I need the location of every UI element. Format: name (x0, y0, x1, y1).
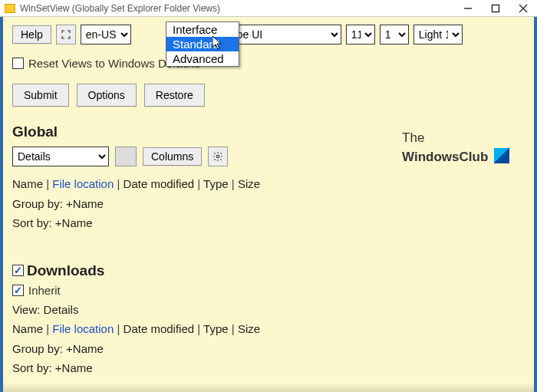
close-button[interactable] (509, 1, 537, 16)
spacing-select[interactable]: 1 (380, 25, 409, 44)
language-select[interactable]: en-US (81, 25, 131, 44)
windows-flag-icon (494, 148, 509, 163)
downloads-columns-row: Name | File location | Date modified | T… (12, 319, 525, 339)
svg-point-4 (217, 155, 220, 158)
cursor-icon (212, 36, 225, 51)
titlebar: WinSetView (Globally Set Explorer Folder… (0, 0, 537, 17)
mode-dropdown[interactable]: Interface Standard Advanced (166, 21, 239, 67)
global-heading: Global (12, 124, 58, 140)
menu-item-interface[interactable]: Interface (166, 22, 239, 37)
inherit-label: Inherit (28, 284, 61, 297)
column-file-location[interactable]: File location (52, 322, 114, 335)
global-columns-row: Name | File location | Date modified | T… (12, 174, 525, 194)
reset-checkbox[interactable] (12, 58, 24, 69)
global-view-select[interactable]: Details (12, 147, 109, 166)
fontsize-select[interactable]: 11 (346, 25, 375, 44)
minimize-button[interactable] (454, 1, 482, 16)
downloads-view: View: Details (12, 300, 525, 320)
downloads-enable-checkbox[interactable] (12, 265, 24, 276)
watermark: The WindowsClub (402, 130, 509, 165)
global-groupby: Group by: +Name (12, 194, 525, 214)
reset-row: Reset Views to Windows Defaults (12, 57, 525, 70)
icon-slot[interactable] (115, 147, 137, 166)
downloads-sortby: Sort by: +Name (12, 358, 525, 378)
submit-button[interactable]: Submit (12, 84, 69, 107)
inherit-checkbox[interactable] (12, 285, 24, 296)
global-sortby: Sort by: +Name (12, 213, 525, 233)
action-row: Submit Options Restore (12, 84, 525, 107)
options-button[interactable]: Options (77, 84, 137, 107)
columns-button[interactable]: Columns (143, 147, 202, 166)
svg-rect-1 (493, 5, 499, 12)
fullscreen-button[interactable] (56, 25, 76, 44)
settings-gear-button[interactable] (208, 147, 228, 166)
top-toolbar: Help en-US Segoe UI 11 1 Light 1 (12, 25, 525, 44)
restore-button[interactable]: Restore (144, 84, 205, 107)
menu-item-advanced[interactable]: Advanced (166, 51, 239, 66)
column-file-location[interactable]: File location (52, 177, 114, 190)
theme-select[interactable]: Light 1 (413, 25, 463, 44)
app-body: Help en-US Segoe UI 11 1 Light 1 Interfa… (0, 17, 537, 392)
help-button[interactable]: Help (12, 25, 51, 44)
menu-item-standard[interactable]: Standard (166, 37, 239, 51)
downloads-heading: Downloads (27, 262, 104, 279)
downloads-groupby: Group by: +Name (12, 339, 525, 359)
window-title: WinSetView (Globally Set Explorer Folder… (20, 3, 454, 14)
folder-icon (5, 4, 15, 13)
downloads-section: Downloads Inherit View: Details Name | F… (12, 262, 525, 378)
maximize-button[interactable] (482, 1, 509, 16)
